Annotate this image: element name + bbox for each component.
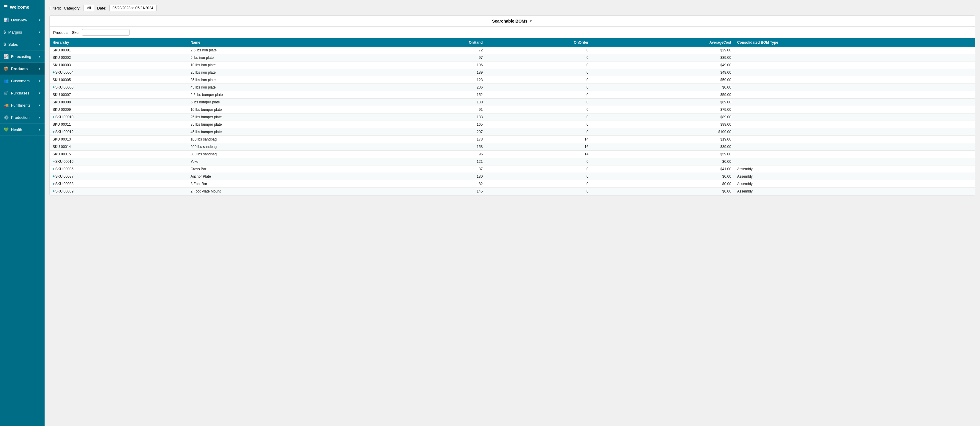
sidebar-item-health[interactable]: 💚 Health ▼ [0,124,45,136]
sku-filter-label: Products - Sku: [53,30,80,35]
cell-hierarchy: SKU 00015 [49,151,188,158]
expand-icon[interactable]: + [52,130,55,134]
cell-onhand: 158 [384,143,485,151]
table-row[interactable]: SKU 00014 200 lbs sandbag 158 16 $39.00 [49,143,975,151]
sidebar-item-forecasting[interactable]: 📈 Forecasting ▼ [0,51,45,63]
table-row[interactable]: +SKU 00039 2 Foot Plate Mount 145 0 $0.0… [49,188,975,195]
sidebar-item-sales[interactable]: $ Sales ▼ [0,38,45,51]
filters-label: Filters: [49,6,61,10]
cell-onhand: 207 [384,128,485,136]
cell-name: 2.5 lbs bumper plate [188,91,384,99]
table-row[interactable]: SKU 00015 300 lbs sandbag 96 14 $59.00 [49,151,975,158]
expand-icon[interactable]: + [52,189,55,193]
cell-onorder: 0 [485,106,591,113]
cell-avgcost: $109.00 [591,128,734,136]
cell-hierarchy: SKU 00007 [49,91,188,99]
cell-bomtype [734,84,975,91]
expand-icon[interactable]: + [52,174,55,178]
sku-filter-input[interactable] [82,29,130,36]
cell-name: 8 Foot Bar [188,180,384,188]
cell-bomtype: Assembly [734,165,975,173]
cell-name: 45 lbs iron plate [188,84,384,91]
cell-onhand: 180 [384,173,485,180]
col-onhand: OnHand [384,38,485,47]
table-row[interactable]: SKU 00005 35 lbs iron plate 123 0 $59.00 [49,76,975,84]
cell-avgcost: $69.00 [591,99,734,106]
cell-bomtype [734,136,975,143]
cell-avgcost: $59.00 [591,151,734,158]
table-row[interactable]: +SKU 00038 8 Foot Bar 82 0 $0.00 Assembl… [49,180,975,188]
cell-onhand: 183 [384,113,485,121]
date-label: Date: [97,6,107,10]
table-row[interactable]: SKU 00008 5 lbs bumper plate 130 0 $69.0… [49,99,975,106]
cell-onhand: 145 [384,188,485,195]
cell-onhand: 97 [384,54,485,62]
table-row[interactable]: SKU 00003 10 lbs iron plate 106 0 $49.00 [49,62,975,69]
table-row[interactable]: SKU 00013 100 lbs sandbag 178 14 $19.00 [49,136,975,143]
table-row[interactable]: +SKU 00012 45 lbs bumper plate 207 0 $10… [49,128,975,136]
cell-hierarchy: SKU 00008 [49,99,188,106]
sidebar-item-production[interactable]: ⚙️ Production ▼ [0,111,45,124]
card-title: Searchable BOMs ▼ [49,16,975,27]
cell-hierarchy: +SKU 00006 [49,84,188,91]
table-row[interactable]: SKU 00001 2.5 lbs iron plate 72 0 $29.00 [49,47,975,54]
expand-icon[interactable]: − [52,159,55,164]
expand-icon[interactable]: + [52,167,55,171]
margins-icon: $ [3,30,6,35]
category-filter-button[interactable]: All [83,5,94,11]
cell-onorder: 0 [485,173,591,180]
cell-onhand: 87 [384,165,485,173]
cell-onhand: 165 [384,121,485,128]
date-filter-button[interactable]: 05/23/2023 to 05/21/2024 [109,5,157,11]
card-title-dropdown-icon[interactable]: ▼ [529,19,533,23]
cell-hierarchy: +SKU 00037 [49,173,188,180]
sidebar-item-purchases[interactable]: 🛒 Purchases ▼ [0,87,45,99]
cell-avgcost: $49.00 [591,69,734,76]
health-icon: 💚 [3,127,9,132]
table-row[interactable]: SKU 00002 5 lbs iron plate 97 0 $39.00 [49,54,975,62]
table-row[interactable]: +SKU 00006 45 lbs iron plate 206 0 $0.00 [49,84,975,91]
expand-icon[interactable]: + [52,70,55,75]
sidebar-item-label: Margins [8,30,22,35]
sidebar-item-label: Fulfillments [11,103,30,108]
cell-bomtype [734,158,975,165]
cell-hierarchy: SKU 00001 [49,47,188,54]
cell-bomtype [734,121,975,128]
sidebar-item-overview[interactable]: 📊 Overview ▼ [0,14,45,26]
table-row[interactable]: −SKU 00016 Yoke 121 0 $0.00 [49,158,975,165]
cell-avgcost: $39.00 [591,54,734,62]
sidebar-item-label: Production [11,115,29,120]
chevron-icon: ▼ [38,30,41,34]
expand-icon[interactable]: + [52,85,55,89]
card-title-text: Searchable BOMs [492,19,527,24]
table-row[interactable]: SKU 00009 10 lbs bumper plate 91 0 $79.0… [49,106,975,113]
sidebar-header[interactable]: ☰ Welcome [0,0,45,14]
cell-onorder: 0 [485,121,591,128]
table-row[interactable]: +SKU 00037 Anchor Plate 180 0 $0.00 Asse… [49,173,975,180]
sidebar-item-margins[interactable]: $ Margins ▼ [0,26,45,38]
cell-onhand: 72 [384,47,485,54]
table-row[interactable]: +SKU 00010 25 lbs bumper plate 183 0 $89… [49,113,975,121]
sidebar-item-fulfillments[interactable]: 🚚 Fulfillments ▼ [0,99,45,111]
cell-hierarchy: +SKU 00036 [49,165,188,173]
cell-avgcost: $0.00 [591,180,734,188]
bom-card: Searchable BOMs ▼ Products - Sku: Hierar… [49,16,975,196]
table-row[interactable]: SKU 00011 35 lbs bumper plate 165 0 $99.… [49,121,975,128]
col-name: Name [188,38,384,47]
cell-name: 10 lbs iron plate [188,62,384,69]
cell-avgcost: $39.00 [591,143,734,151]
expand-icon[interactable]: + [52,182,55,186]
expand-icon[interactable]: + [52,115,55,119]
cell-onorder: 0 [485,84,591,91]
cell-onhand: 189 [384,69,485,76]
forecasting-icon: 📈 [3,54,9,59]
table-row[interactable]: SKU 00007 2.5 lbs bumper plate 152 0 $59… [49,91,975,99]
sidebar-item-products[interactable]: 📦 Products ▼ [0,63,45,75]
sidebar-item-customers[interactable]: 👥 Customers ▼ [0,75,45,87]
table-row[interactable]: +SKU 00036 Cross Bar 87 0 $41.00 Assembl… [49,165,975,173]
overview-icon: 📊 [3,17,9,22]
table-row[interactable]: +SKU 00004 25 lbs iron plate 189 0 $49.0… [49,69,975,76]
cell-onhand: 91 [384,106,485,113]
cell-bomtype [734,54,975,62]
chevron-icon: ▼ [38,92,41,95]
